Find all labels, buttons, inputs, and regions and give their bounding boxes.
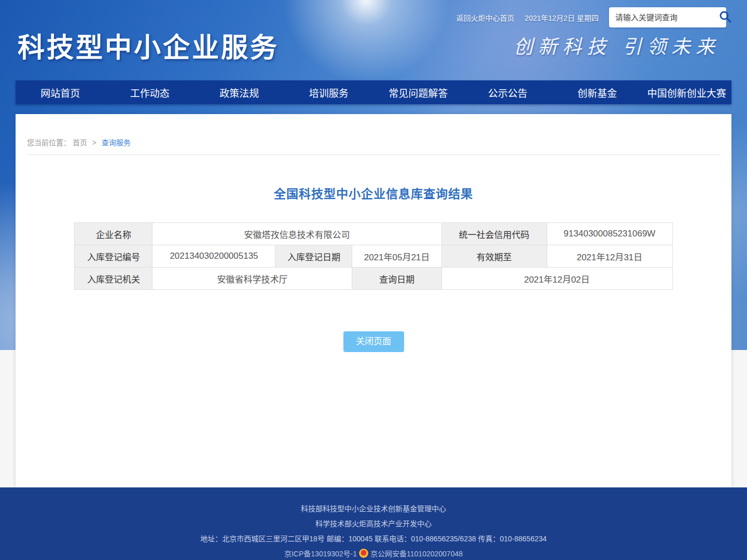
label-credit-code: 统一社会信用代码: [441, 223, 547, 245]
search-icon: [718, 10, 732, 25]
public-security-badge-icon: [359, 549, 368, 558]
breadcrumb-prefix: 您当前位置：: [27, 138, 71, 147]
breadcrumb: 您当前位置： 首页 > 查询服务: [27, 114, 720, 155]
label-valid-until: 有效期至: [441, 245, 547, 268]
label-company-name: 企业名称: [75, 223, 153, 245]
icp-license-link[interactable]: 京ICP备13019302号-1: [284, 548, 357, 558]
site-logo-title: 科技型中小企业服务: [18, 26, 279, 65]
value-company-name: 安徽塔孜信息技术有限公司: [153, 223, 441, 245]
nav-item-innovation-fund[interactable]: 创新基金: [552, 80, 642, 104]
breadcrumb-current-link[interactable]: 查询服务: [102, 138, 131, 147]
nav-item-policies[interactable]: 政策法规: [195, 80, 284, 104]
site-slogan: 创新科技 引领未来: [514, 31, 720, 59]
current-date-text: 2021年12月2日 星期四: [525, 12, 599, 23]
label-registration-date: 入库登记日期: [275, 245, 352, 268]
footer-org-line2: 科学技术部火炬高技术产业开发中心: [315, 518, 432, 528]
nav-item-home[interactable]: 网站首页: [16, 80, 105, 104]
search-box[interactable]: [609, 7, 726, 27]
footer-icp-line: 京ICP备13019302号-1 京公网安备11010202007048: [284, 548, 463, 558]
value-registration-date: 2021年05月21日: [352, 245, 441, 268]
footer-address-line: 地址：北京市西城区三里河二区甲18号 邮编：100045 联系电话：010-88…: [200, 533, 547, 543]
content-panel: 您当前位置： 首页 > 查询服务 全国科技型中小企业信息库查询结果 企业名称 安…: [16, 114, 731, 487]
main-navigation: 网站首页 工作动态 政策法规 培训服务 常见问题解答 公示公告 创新基金 中国创…: [16, 80, 731, 104]
nav-item-work-updates[interactable]: 工作动态: [105, 80, 195, 104]
table-row: 入库登记机关 安徽省科学技术厅 查询日期 2021年12月02日: [75, 268, 672, 290]
search-button[interactable]: [718, 10, 732, 25]
page-footer: 科技部科技型中小企业技术创新基金管理中心 科学技术部火炬高技术产业开发中心 地址…: [0, 487, 747, 560]
breadcrumb-home-link[interactable]: 首页: [73, 138, 87, 147]
public-security-record-link[interactable]: 京公网安备11010202007048: [370, 548, 463, 558]
value-credit-code: 91340300085231069W: [547, 223, 672, 245]
footer-org-line1: 科技部科技型中小企业技术创新基金管理中心: [301, 503, 446, 513]
nav-item-faq[interactable]: 常见问题解答: [374, 80, 463, 104]
top-bar: 返回火炬中心首页 2021年12月2日 星期四: [457, 7, 726, 27]
breadcrumb-separator: >: [92, 138, 96, 147]
table-row: 企业名称 安徽塔孜信息技术有限公司 统一社会信用代码 9134030008523…: [75, 223, 672, 245]
query-result-table: 企业名称 安徽塔孜信息技术有限公司 统一社会信用代码 9134030008523…: [74, 222, 672, 290]
value-registration-authority: 安徽省科学技术厅: [153, 268, 352, 290]
value-query-date: 2021年12月02日: [441, 268, 672, 290]
back-to-torch-center-link[interactable]: 返回火炬中心首页: [457, 12, 515, 23]
table-row: 入库登记编号 202134030200005135 入库登记日期 2021年05…: [75, 245, 672, 268]
value-valid-until: 2021年12月31日: [547, 245, 672, 268]
close-page-button[interactable]: 关闭页面: [343, 331, 404, 352]
query-result-title: 全国科技型中小企业信息库查询结果: [16, 184, 731, 202]
label-registration-number: 入库登记编号: [75, 245, 153, 268]
close-button-row: 关闭页面: [16, 331, 731, 352]
nav-item-training[interactable]: 培训服务: [284, 80, 374, 104]
nav-item-announcements[interactable]: 公示公告: [463, 80, 553, 104]
label-registration-authority: 入库登记机关: [75, 268, 153, 290]
label-query-date: 查询日期: [352, 268, 441, 290]
nav-item-innovation-contest[interactable]: 中国创新创业大赛: [642, 80, 732, 104]
search-input[interactable]: [615, 13, 718, 22]
value-registration-number: 202134030200005135: [153, 245, 275, 268]
